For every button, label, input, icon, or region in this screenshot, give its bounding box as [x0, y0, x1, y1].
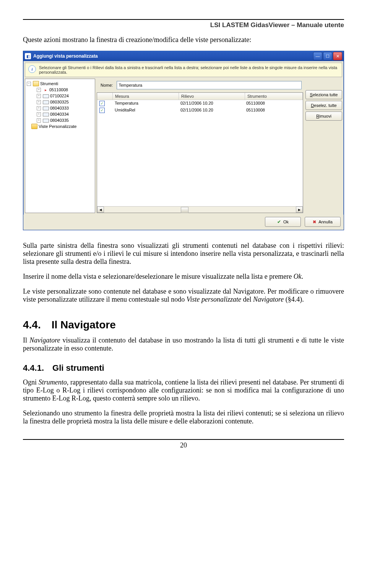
tree-item[interactable]: 08040333 — [50, 106, 69, 110]
tree-custom[interactable]: Viste Personalizzate — [39, 124, 76, 129]
paragraph: Ogni Strumento, rappresentato dalla sua … — [23, 378, 344, 402]
tree-expand-icon[interactable]: + — [37, 106, 41, 110]
paragraph: Inserire il nome della vista e seleziona… — [23, 273, 344, 281]
paragraph: Selezionando uno strumento la finestra d… — [23, 409, 344, 425]
cell-rilievo: 02/11/2006 10.20 — [178, 107, 244, 113]
deselect-all-button[interactable]: Deselez. tutte — [305, 101, 342, 110]
close-button[interactable]: ✕ — [333, 52, 342, 60]
measures-table[interactable]: Mesura Rilievo Strumento ✓ Temperatura 0… — [97, 92, 303, 213]
row-checkbox[interactable]: ✓ — [99, 101, 105, 106]
info-bar: i Selezionare gli Strumenti o i Rilievi … — [25, 63, 342, 77]
minimize-button[interactable]: — — [313, 52, 322, 60]
info-text: Selezionare gli Strumenti o i Rilievi da… — [39, 65, 339, 74]
subsection-heading: 4.4.1.Gli strumenti — [23, 363, 344, 373]
tree-item[interactable]: 08040335 — [50, 118, 69, 123]
device-icon — [43, 119, 49, 123]
cell-mesura: UmiditaRel — [112, 107, 178, 113]
cell-mesura: Temperatura — [112, 100, 178, 107]
tree-expand-icon[interactable]: + — [37, 112, 41, 116]
table-row[interactable]: ✓ UmiditaRel 02/11/2006 10.20 05110008 — [97, 107, 303, 114]
paragraph: Il Navigatore visualizza il contenuto de… — [23, 336, 344, 352]
paragraph: Le viste personalizzate sono contenute n… — [23, 288, 344, 304]
page-header: LSI LASTEM GidasViewer – Manuale utente — [23, 21, 344, 29]
name-label: Nome: — [101, 83, 113, 87]
device-icon — [43, 107, 49, 110]
dialog-window: ◧ Aggiungi vista personalizzata — ☐ ✕ i … — [23, 51, 344, 230]
scroll-right-icon[interactable]: ▶ — [296, 207, 303, 213]
flag-icon: ▸ — [43, 87, 48, 92]
check-icon: ✔ — [277, 219, 281, 225]
tree-root[interactable]: Strumenti — [40, 81, 58, 86]
intro-paragraph: Queste azioni mostrano la finestra di cr… — [23, 36, 344, 44]
tree-expand-icon[interactable]: + — [37, 88, 41, 92]
titlebar: ◧ Aggiungi vista personalizzata — ☐ ✕ — [23, 51, 344, 61]
device-icon — [43, 113, 49, 116]
folder-open-icon — [33, 81, 39, 86]
tree-item[interactable]: 05110008 — [49, 87, 68, 92]
x-icon: ✖ — [313, 220, 316, 225]
col-rilievo[interactable]: Rilievo — [179, 93, 245, 100]
table-row[interactable]: ✓ Temperatura 02/11/2006 10.20 05110008 — [97, 100, 303, 107]
cancel-button[interactable]: ✖Annulla — [305, 217, 341, 227]
ok-button[interactable]: ✔Ok — [265, 217, 301, 227]
section-heading: 4.4.Il Navigatore — [23, 319, 344, 331]
window-icon: ◧ — [25, 53, 31, 59]
row-checkbox[interactable]: ✓ — [99, 108, 105, 113]
horizontal-scrollbar[interactable]: ◀ ▶ — [97, 206, 303, 213]
paragraph: Sulla parte sinistra della finestra sono… — [23, 242, 344, 266]
scroll-thumb[interactable] — [181, 207, 188, 213]
select-all-button[interactable]: SSeleziona tutteeleziona tutte — [305, 90, 342, 99]
remove-button[interactable]: Rimuovi — [305, 111, 342, 121]
cell-strumento: 05110008 — [244, 100, 303, 107]
tree-item[interactable]: 08030325 — [50, 100, 69, 104]
tree-item[interactable]: 08040334 — [50, 112, 69, 116]
cell-strumento: 05110008 — [244, 107, 303, 113]
cell-rilievo: 02/11/2006 10.20 — [178, 100, 244, 107]
tree-expand-icon[interactable]: + — [37, 100, 41, 104]
tree-pane[interactable]: − Strumenti +▸05110008 +07100224 +080303… — [25, 79, 95, 213]
scroll-left-icon[interactable]: ◀ — [97, 207, 104, 213]
info-icon: i — [28, 65, 36, 73]
window-title: Aggiungi vista personalizzata — [33, 53, 313, 59]
device-icon — [43, 100, 49, 104]
maximize-button[interactable]: ☐ — [323, 52, 332, 60]
name-input[interactable] — [117, 81, 302, 89]
tree-expand-icon[interactable]: + — [37, 94, 41, 98]
folder-icon — [31, 124, 37, 129]
col-strumento[interactable]: Strumento — [245, 93, 303, 100]
device-icon — [43, 94, 49, 98]
tree-expand-icon[interactable]: + — [37, 118, 41, 123]
page-number: 20 — [23, 440, 344, 449]
tree-item[interactable]: 07100224 — [50, 94, 69, 98]
col-mesura[interactable]: Mesura — [113, 93, 179, 100]
col-checkbox[interactable] — [97, 93, 113, 100]
tree-collapse-icon[interactable]: − — [27, 82, 31, 86]
